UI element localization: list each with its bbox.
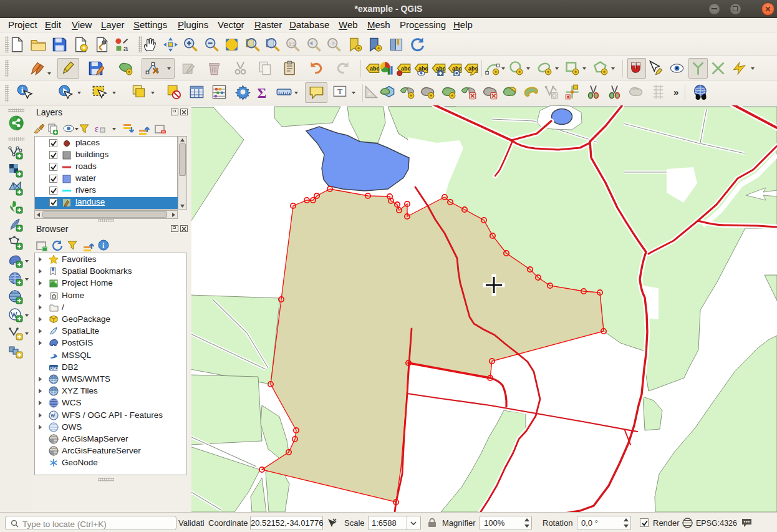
svg-text:i: i xyxy=(21,86,24,95)
svg-text:a: a xyxy=(123,44,128,53)
svg-text:DB2: DB2 xyxy=(51,366,59,370)
svg-text:abc: abc xyxy=(401,65,411,72)
svg-text:T: T xyxy=(337,87,343,96)
svg-text:1:1: 1:1 xyxy=(289,41,296,47)
svg-text:Σ: Σ xyxy=(258,85,267,101)
svg-text:ε: ε xyxy=(95,124,99,133)
